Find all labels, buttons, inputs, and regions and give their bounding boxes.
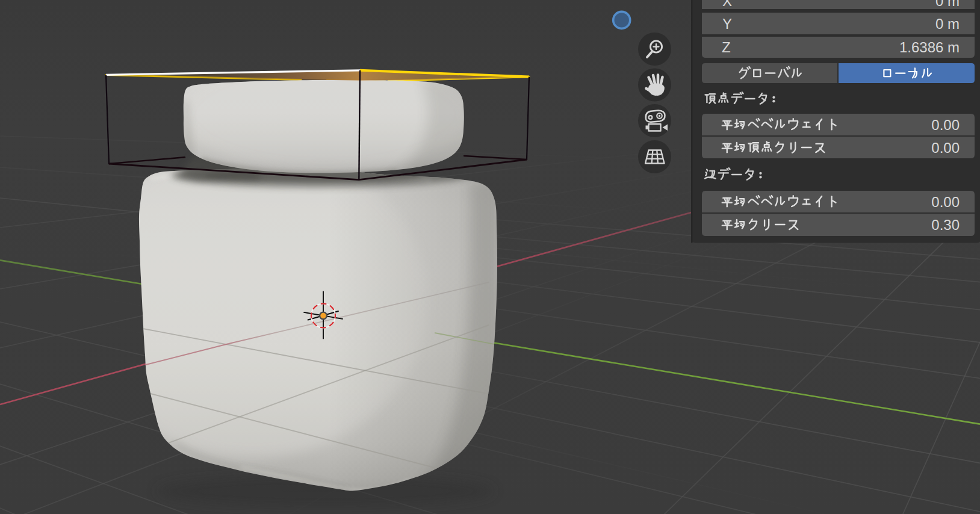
svg-text:0 m: 0 m bbox=[935, 16, 960, 32]
svg-text:0 m: 0 m bbox=[935, 0, 960, 9]
svg-text:0.00: 0.00 bbox=[931, 194, 960, 210]
svg-text:0.30: 0.30 bbox=[931, 217, 960, 233]
svg-text:0.00: 0.00 bbox=[931, 117, 960, 133]
svg-text:0.00: 0.00 bbox=[931, 140, 960, 156]
svg-text:Z: Z bbox=[722, 39, 731, 55]
svg-text:Y: Y bbox=[722, 16, 732, 32]
svg-text:1.6386 m: 1.6386 m bbox=[899, 39, 960, 55]
svg-text:X: X bbox=[722, 0, 732, 9]
